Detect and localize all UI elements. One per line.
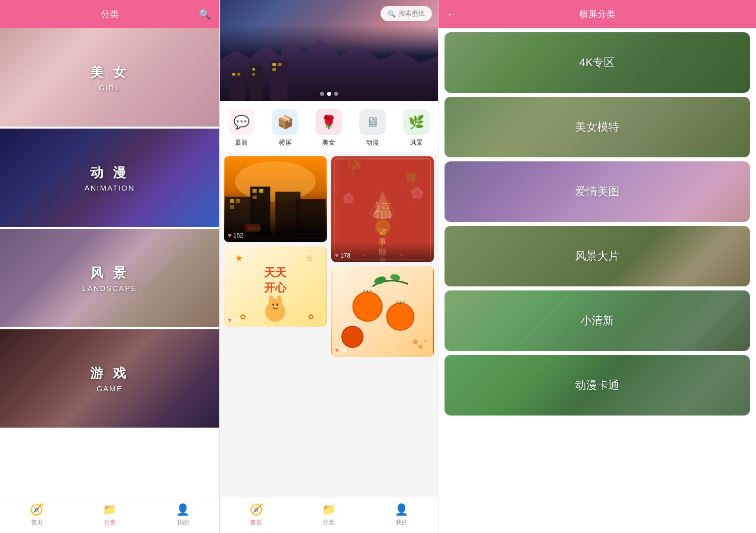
svg-rect-2 (250, 66, 263, 101)
like-heart-comic: ♥ (228, 316, 232, 324)
svg-point-71 (424, 339, 427, 342)
p2-nav-item-categories[interactable]: 📁 分类 (312, 501, 346, 529)
svg-rect-22 (259, 189, 263, 193)
svg-rect-5 (237, 73, 240, 76)
hscreen-list: 4K专区 美女模特 爱情美图 风景大片 小清新 动漫卡通 (438, 28, 756, 533)
wallpaper-thumb-street[interactable]: 六意LIU ♥ 152 (224, 156, 327, 242)
panel1-header: 分类 🔍 (0, 0, 219, 28)
svg-rect-20 (253, 189, 257, 193)
quick-cat-hscreen[interactable]: 📦 横屏 (272, 109, 298, 147)
hero-dot-1[interactable] (320, 92, 324, 96)
comic-svg: 天天 开心 ★ (224, 246, 327, 327)
search-icon[interactable]: 🔍 (199, 8, 211, 20)
like-count-street: ♥ 152 (228, 231, 243, 239)
svg-rect-3 (270, 61, 288, 101)
hscreen-item-beauty[interactable]: 美女模特 (445, 97, 750, 157)
svg-text:✿: ✿ (308, 313, 314, 321)
nav-item-home[interactable]: 🧭 首页 (20, 501, 53, 529)
svg-text:福: 福 (373, 200, 392, 221)
svg-rect-21 (253, 196, 257, 199)
street-svg: 六意LIU (224, 156, 327, 242)
category-label-animation: 动 漫 ANIMATION (84, 164, 135, 192)
like-heart-fruit: ♥ (335, 346, 339, 354)
search-bar[interactable]: 🔍 搜索壁纸 (381, 6, 432, 21)
panel-home: 🔍 搜索壁纸 💬 最新 📦 横屏 🌹 美女 (219, 0, 438, 533)
p2-nav-item-mine[interactable]: 👤 我的 (385, 501, 418, 529)
svg-text:🌸: 🌸 (342, 192, 355, 204)
svg-rect-16 (295, 199, 326, 242)
wallpaper-thumb-fruit[interactable]: ♥ 95 (331, 266, 434, 357)
categories-list: 美 女 GIRL 动 漫 ANIMATION 风 景 LANDSCAPE 游 戏… (0, 28, 219, 497)
svg-rect-10 (273, 68, 276, 71)
quick-cat-latest-icon-bg: 💬 (228, 109, 255, 135)
category-label-landscape: 风 景 LANDSCAPE (82, 264, 137, 292)
hero-dot-2[interactable] (327, 92, 331, 96)
nav-item-categories[interactable]: 📁 分类 (93, 501, 127, 529)
svg-text:★: ★ (235, 253, 243, 263)
svg-point-66 (342, 327, 362, 347)
categories-icon: 📁 (103, 503, 116, 516)
quick-cat-landscape[interactable]: 🌿 风景 (403, 109, 429, 147)
wallpaper-col-2: 🎋 🍀 🌸 🌸 福 诸 事 顺 意 (331, 156, 434, 493)
p2-home-icon: 🧭 (249, 503, 263, 516)
hscreen-item-4k[interactable]: 4K专区 (445, 32, 750, 93)
home-icon: 🧭 (30, 503, 43, 516)
mine-icon: 👤 (176, 503, 190, 516)
panel-hscreen: ← 横屏分类 4K专区 美女模特 爱情美图 风景大片 小清新 动漫卡通 (438, 0, 756, 533)
panel-categories: 分类 🔍 美 女 GIRL 动 漫 ANIMATION 风 景 LANDSCAP… (0, 0, 219, 533)
category-item-animation[interactable]: 动 漫 ANIMATION (0, 129, 219, 227)
anime-icon: 🖥 (366, 114, 379, 130)
svg-rect-23 (245, 224, 260, 232)
svg-rect-4 (232, 73, 235, 76)
category-item-game[interactable]: 游 戏 GAME (0, 329, 219, 428)
hero-city-svg (220, 30, 438, 101)
p2-nav-item-home[interactable]: 🧭 首页 (239, 501, 273, 529)
like-count-fruit: ♥ 95 (335, 346, 347, 354)
svg-rect-6 (253, 68, 255, 71)
svg-point-63 (387, 304, 413, 330)
hscreen-item-love[interactable]: 爱情美图 (445, 161, 750, 222)
like-heart-cny: ♥ (335, 252, 339, 259)
category-label-girl: 美 女 GIRL (90, 64, 129, 92)
svg-rect-28 (269, 236, 272, 241)
wallpaper-col-1: 六意LIU ♥ 152 (224, 156, 327, 493)
back-icon[interactable]: ← (447, 9, 457, 20)
wallpaper-thumb-comic[interactable]: 天天 开心 ★ (224, 246, 327, 327)
hero-banner[interactable]: 🔍 搜索壁纸 (220, 0, 438, 101)
quick-cat-landscape-icon-bg: 🌿 (403, 109, 429, 135)
svg-rect-18 (236, 199, 240, 203)
hero-dot-3[interactable] (334, 92, 338, 96)
quick-cat-anime[interactable]: 🖥 动漫 (359, 109, 386, 147)
svg-point-70 (418, 345, 422, 349)
quick-cat-beauty[interactable]: 🌹 美女 (316, 109, 342, 147)
svg-rect-27 (259, 236, 262, 241)
search-bar-icon: 🔍 (388, 10, 396, 18)
category-item-landscape[interactable]: 风 景 LANDSCAPE (0, 229, 219, 327)
svg-point-35 (269, 295, 274, 305)
svg-point-12 (235, 161, 316, 202)
like-count-comic: ♥ 88 (228, 316, 240, 324)
svg-rect-9 (278, 63, 281, 66)
svg-rect-8 (273, 63, 276, 66)
fruit-svg (331, 266, 434, 357)
p2-mine-icon: 👤 (395, 503, 408, 516)
svg-text:天天: 天天 (264, 266, 287, 279)
panel1-bottom-nav: 🧭 首页 📁 分类 👤 我的 (0, 497, 219, 533)
quick-cat-anime-icon-bg: 🖥 (359, 109, 386, 135)
hscreen-item-landscape[interactable]: 风景大片 (445, 226, 750, 286)
svg-text:🌸: 🌸 (410, 186, 424, 200)
landscape-icon: 🌿 (408, 114, 424, 130)
svg-point-26 (268, 232, 273, 237)
hscreen-item-anime[interactable]: 动漫卡通 (445, 355, 750, 416)
quick-cat-latest[interactable]: 💬 最新 (228, 109, 255, 147)
svg-point-69 (413, 339, 418, 344)
nav-item-mine[interactable]: 👤 我的 (166, 501, 200, 529)
svg-text:✿: ✿ (240, 313, 246, 321)
category-item-girl[interactable]: 美 女 GIRL (0, 28, 219, 127)
svg-rect-15 (275, 192, 300, 242)
quick-categories: 💬 最新 📦 横屏 🌹 美女 🖥 动漫 🌿 风景 (220, 101, 438, 152)
hero-dots (320, 92, 338, 96)
wallpaper-thumb-cny[interactable]: 🎋 🍀 🌸 🌸 福 诸 事 顺 意 (331, 156, 434, 262)
panel3-title: 横屏分类 (579, 9, 615, 19)
hscreen-item-fresh[interactable]: 小清新 (445, 290, 750, 351)
